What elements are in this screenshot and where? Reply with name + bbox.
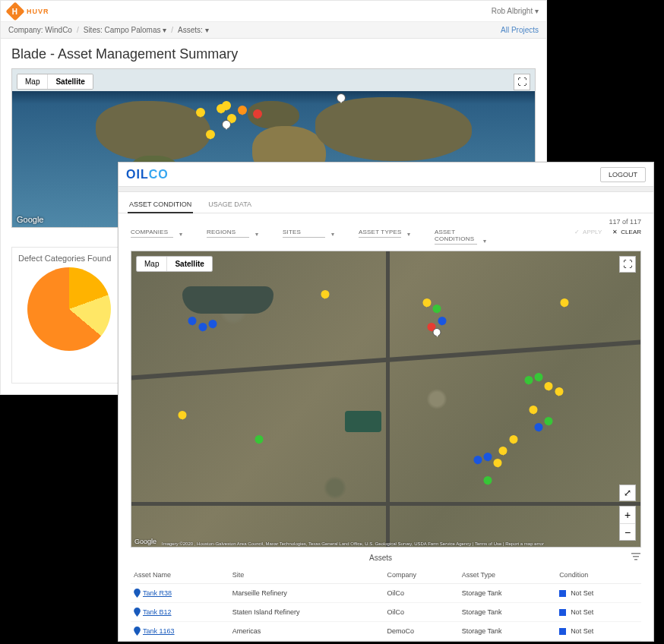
tab-usage-data[interactable]: USAGE DATA	[207, 196, 253, 213]
google-attribution: Google	[134, 538, 157, 545]
map-type-toggle: Map Satellite	[17, 74, 93, 90]
map-pin[interactable]	[535, 423, 543, 434]
breadcrumb-assets[interactable]: Assets: ▾	[178, 26, 209, 34]
map-button[interactable]: Map	[17, 74, 47, 89]
map-pin[interactable]	[545, 382, 553, 393]
map-pin[interactable]	[253, 109, 262, 122]
map-pin[interactable]	[545, 417, 553, 428]
cell-site: Americas	[229, 622, 384, 641]
tabbar: ASSET CONDITION USAGE DATA	[119, 192, 653, 213]
filter-sites[interactable]: SITES	[283, 229, 336, 238]
fullscreen-button[interactable]: ⛶	[619, 256, 636, 273]
map-pin[interactable]	[535, 373, 543, 384]
huvr-logo-icon: H	[5, 2, 24, 21]
table-row: Tank R38Marseille RefineryOilCoStorage T…	[131, 584, 641, 603]
filter-row: COMPANIES REGIONS SITES ASSET TYPES ASSE…	[119, 227, 653, 251]
chevron-down-icon: ▾	[535, 7, 539, 15]
zoom-control: + −	[619, 506, 636, 541]
cell-site: Marseille Refinery	[229, 584, 384, 603]
asset-link[interactable]: Tank B12	[134, 608, 226, 617]
filter-companies[interactable]: COMPANIES	[131, 229, 184, 238]
bg-topbar: H HUVR Rob Albright ▾	[1, 1, 546, 22]
map-attribution: Imagery ©2020 , Houston-Galveston Area C…	[162, 541, 636, 546]
filter-icon[interactable]	[631, 552, 641, 564]
assets-table: Asset Name Site Company Asset Type Condi…	[131, 567, 641, 641]
svg-rect-0	[631, 553, 640, 554]
map-pin[interactable]	[524, 376, 533, 387]
map-pin[interactable]	[209, 320, 217, 331]
pie-chart	[27, 267, 111, 351]
all-projects-link[interactable]: All Projects	[501, 26, 539, 34]
zoom-out-button[interactable]: −	[620, 523, 635, 540]
map-pin[interactable]	[433, 328, 441, 339]
satellite-button[interactable]: Satellite	[166, 257, 211, 271]
filter-regions[interactable]: REGIONS	[207, 229, 260, 238]
tab-asset-condition[interactable]: ASSET CONDITION	[128, 196, 193, 213]
cell-type: Storage Tank	[459, 603, 556, 622]
breadcrumb-site[interactable]: Sites: Campo Palomas ▾	[84, 26, 167, 34]
filter-asset-types[interactable]: ASSET TYPES	[359, 229, 412, 238]
map-pin	[337, 93, 346, 106]
cell-type: Storage Tank	[459, 584, 556, 603]
map-pin[interactable]	[206, 130, 215, 142]
oilco-logo: OILCO	[126, 168, 169, 182]
svg-rect-1	[633, 556, 639, 557]
asset-link[interactable]: Tank 1163	[134, 627, 226, 636]
map-button[interactable]: Map	[137, 257, 166, 271]
user-menu[interactable]: Rob Albright ▾	[492, 7, 539, 15]
site-map[interactable]: Map Satellite ⛶ ⤢ + − G	[131, 251, 641, 548]
col-asset-name[interactable]: Asset Name	[131, 567, 229, 584]
cell-type: Storage Tank	[459, 622, 556, 641]
svg-rect-2	[634, 559, 637, 560]
map-pin[interactable]	[473, 456, 482, 467]
map-pin[interactable]	[484, 476, 492, 488]
map-type-toggle: Map Satellite	[136, 256, 213, 272]
map-pin[interactable]	[484, 453, 492, 464]
map-pin[interactable]	[198, 323, 207, 334]
map-pin[interactable]	[499, 447, 507, 458]
close-icon: ✕	[612, 229, 618, 235]
map-pin[interactable]	[560, 298, 568, 310]
fullscreen-button[interactable]: ⛶	[514, 74, 530, 90]
breadcrumb-company[interactable]: Company: WindCo	[8, 26, 72, 34]
logout-button[interactable]: LOGOUT	[600, 167, 646, 182]
map-pin[interactable]	[188, 317, 197, 328]
map-pin[interactable]	[422, 298, 431, 310]
filter-asset-conditions[interactable]: ASSET CONDITIONS	[435, 229, 488, 245]
table-row: Tank B12Staten Island RefineryOilCoStora…	[131, 603, 641, 622]
zoom-in-button[interactable]: +	[620, 507, 635, 523]
page-title: Blade - Asset Management Summary	[1, 39, 546, 68]
map-pin[interactable]	[509, 435, 517, 447]
divider	[119, 186, 653, 192]
map-pin[interactable]	[321, 290, 329, 301]
table-row: Tank 1163AmericasDemoCoStorage TankNot S…	[131, 622, 641, 641]
map-pin[interactable]	[222, 120, 231, 132]
map-pin[interactable]	[530, 406, 538, 417]
clear-button[interactable]: ✕CLEAR	[612, 229, 641, 235]
map-pin[interactable]	[433, 305, 441, 316]
map-pin[interactable]	[438, 317, 446, 328]
asset-link[interactable]: Tank R38	[134, 589, 226, 598]
col-company[interactable]: Company	[384, 567, 459, 584]
map-pin[interactable]	[179, 411, 187, 422]
fg-header: OILCO LOGOUT	[119, 163, 653, 186]
cell-condition: Not Set	[559, 608, 638, 616]
col-asset-type[interactable]: Asset Type	[459, 567, 556, 584]
col-site[interactable]: Site	[229, 567, 384, 584]
cell-company: OilCo	[384, 584, 459, 603]
map-pin[interactable]	[255, 435, 263, 447]
assets-header: Assets	[119, 548, 653, 565]
map-pin[interactable]	[196, 108, 205, 120]
apply-button: ✓APPLY	[574, 229, 602, 235]
expand-button[interactable]: ⤢	[619, 485, 636, 501]
col-condition[interactable]: Condition	[556, 567, 641, 584]
map-pin[interactable]	[555, 387, 563, 399]
huvr-logo-text: HUVR	[27, 8, 49, 15]
map-pin[interactable]	[222, 101, 231, 113]
cell-condition: Not Set	[559, 627, 638, 635]
map-pin[interactable]	[238, 106, 247, 118]
google-attribution: Google	[17, 215, 43, 224]
user-name: Rob Albright	[492, 7, 533, 15]
map-pin[interactable]	[494, 459, 502, 470]
satellite-button[interactable]: Satellite	[47, 74, 92, 89]
